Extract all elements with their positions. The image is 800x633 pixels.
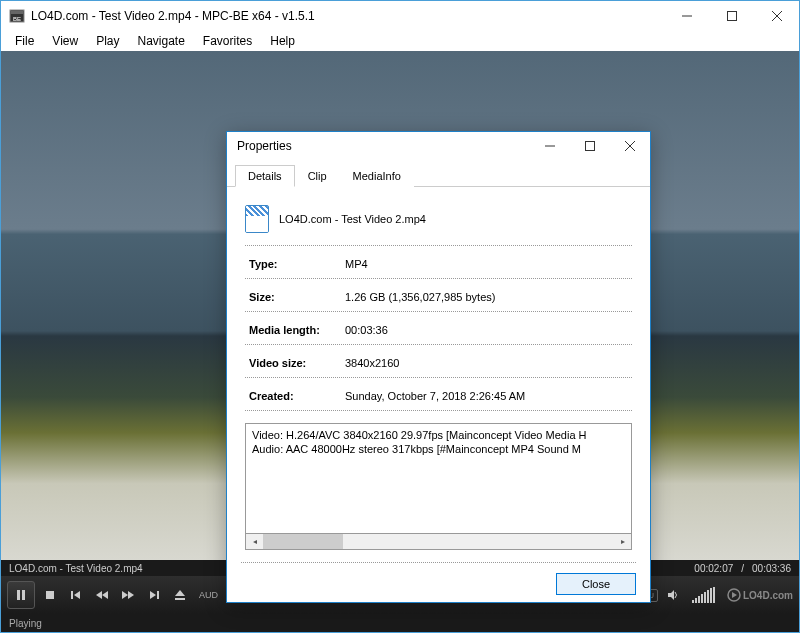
prop-label-video-size: Video size:	[245, 351, 341, 375]
dialog-footer: Close	[227, 563, 650, 605]
prop-label-created: Created:	[245, 384, 341, 408]
svg-rect-8	[586, 142, 595, 151]
video-file-icon	[245, 205, 269, 233]
svg-marker-18	[122, 591, 128, 599]
tab-mediainfo[interactable]: MediaInfo	[340, 165, 414, 187]
prop-label-type: Type:	[245, 252, 341, 276]
prop-row-created: Created: Sunday, October 7, 2018 2:26:45…	[245, 384, 632, 408]
svg-rect-21	[157, 591, 159, 599]
dialog-maximize-button[interactable]	[570, 132, 610, 160]
dialog-filename: LO4D.com - Test Video 2.mp4	[279, 213, 426, 225]
app-icon: BE	[9, 8, 25, 24]
prop-row-video-size: Video size: 3840x2160	[245, 351, 632, 375]
codec-horizontal-scrollbar[interactable]: ◂ ▸	[245, 533, 632, 550]
stop-button[interactable]	[39, 584, 61, 606]
svg-rect-12	[22, 590, 25, 600]
prop-row-type: Type: MP4	[245, 252, 632, 276]
dialog-body: LO4D.com - Test Video 2.mp4 Type: MP4 Si…	[227, 187, 650, 562]
svg-marker-16	[96, 591, 102, 599]
prop-value-type: MP4	[341, 252, 632, 276]
scroll-thumb[interactable]	[263, 534, 343, 549]
scroll-right-icon[interactable]: ▸	[614, 534, 631, 549]
next-button[interactable]	[143, 584, 165, 606]
menu-play[interactable]: Play	[88, 32, 127, 50]
dialog-title: Properties	[237, 139, 530, 153]
lo4d-text: LO4D.com	[743, 590, 793, 601]
svg-marker-22	[175, 590, 185, 596]
svg-text:BE: BE	[13, 16, 21, 22]
footer-status: Playing	[1, 614, 799, 632]
menu-file[interactable]: File	[7, 32, 42, 50]
codec-info-box: Video: H.264/AVC 3840x2160 29.97fps [Mai…	[245, 423, 632, 533]
window-title: LO4D.com - Test Video 2.mp4 - MPC-BE x64…	[31, 9, 664, 23]
skip-back-button[interactable]	[91, 584, 113, 606]
window-controls	[664, 1, 799, 31]
tab-details[interactable]: Details	[235, 165, 295, 187]
svg-marker-26	[732, 592, 737, 598]
dialog-close-ok-button[interactable]: Close	[556, 573, 636, 595]
speaker-icon[interactable]	[662, 584, 684, 606]
menu-view[interactable]: View	[44, 32, 86, 50]
prop-label-media-length: Media length:	[245, 318, 341, 342]
svg-rect-23	[175, 598, 185, 600]
menu-help[interactable]: Help	[262, 32, 303, 50]
video-area[interactable]: Properties Details Clip MediaInfo LO4D.c…	[1, 51, 799, 560]
volume-slider[interactable]	[692, 587, 715, 603]
dialog-tabs: Details Clip MediaInfo	[227, 160, 650, 187]
prop-row-size: Size: 1.26 GB (1,356,027,985 bytes)	[245, 285, 632, 309]
menu-favorites[interactable]: Favorites	[195, 32, 260, 50]
scroll-left-icon[interactable]: ◂	[246, 534, 263, 549]
file-header-row: LO4D.com - Test Video 2.mp4	[245, 199, 632, 243]
tab-clip[interactable]: Clip	[295, 165, 340, 187]
svg-rect-11	[17, 590, 20, 600]
svg-marker-24	[668, 590, 674, 600]
codec-video-line: Video: H.264/AVC 3840x2160 29.97fps [Mai…	[250, 428, 627, 442]
eject-button[interactable]	[169, 584, 191, 606]
time-separator: /	[741, 563, 744, 574]
prop-row-media-length: Media length: 00:03:36	[245, 318, 632, 342]
codec-audio-line: Audio: AAC 48000Hz stereo 317kbps [#Main…	[250, 442, 627, 456]
lo4d-logo: LO4D.com	[727, 588, 793, 602]
svg-rect-13	[46, 591, 54, 599]
svg-marker-15	[74, 591, 80, 599]
playing-status: Playing	[9, 618, 42, 629]
svg-rect-4	[727, 12, 736, 21]
menubar: File View Play Navigate Favorites Help	[1, 31, 799, 51]
prop-label-size: Size:	[245, 285, 341, 309]
prop-value-media-length: 00:03:36	[341, 318, 632, 342]
close-button[interactable]	[754, 1, 799, 31]
dialog-titlebar[interactable]: Properties	[227, 132, 650, 160]
svg-rect-1	[11, 11, 23, 14]
skip-forward-button[interactable]	[117, 584, 139, 606]
divider	[245, 245, 632, 246]
prop-value-created: Sunday, October 7, 2018 2:26:45 AM	[341, 384, 632, 408]
aud-label[interactable]: AUD	[195, 590, 222, 600]
dialog-close-button[interactable]	[610, 132, 650, 160]
minimize-button[interactable]	[664, 1, 709, 31]
svg-marker-20	[150, 591, 156, 599]
prev-button[interactable]	[65, 584, 87, 606]
menu-navigate[interactable]: Navigate	[129, 32, 192, 50]
pause-button[interactable]	[7, 581, 35, 609]
main-window: BE LO4D.com - Test Video 2.mp4 - MPC-BE …	[0, 0, 800, 633]
properties-dialog: Properties Details Clip MediaInfo LO4D.c…	[226, 131, 651, 603]
prop-value-size: 1.26 GB (1,356,027,985 bytes)	[341, 285, 632, 309]
prop-value-video-size: 3840x2160	[341, 351, 632, 375]
status-total-time: 00:03:36	[752, 563, 791, 574]
dialog-minimize-button[interactable]	[530, 132, 570, 160]
status-current-time: 00:02:07	[694, 563, 733, 574]
svg-marker-19	[128, 591, 134, 599]
properties-table: Type: MP4	[245, 252, 632, 276]
svg-marker-17	[102, 591, 108, 599]
titlebar: BE LO4D.com - Test Video 2.mp4 - MPC-BE …	[1, 1, 799, 31]
maximize-button[interactable]	[709, 1, 754, 31]
svg-rect-14	[71, 591, 73, 599]
